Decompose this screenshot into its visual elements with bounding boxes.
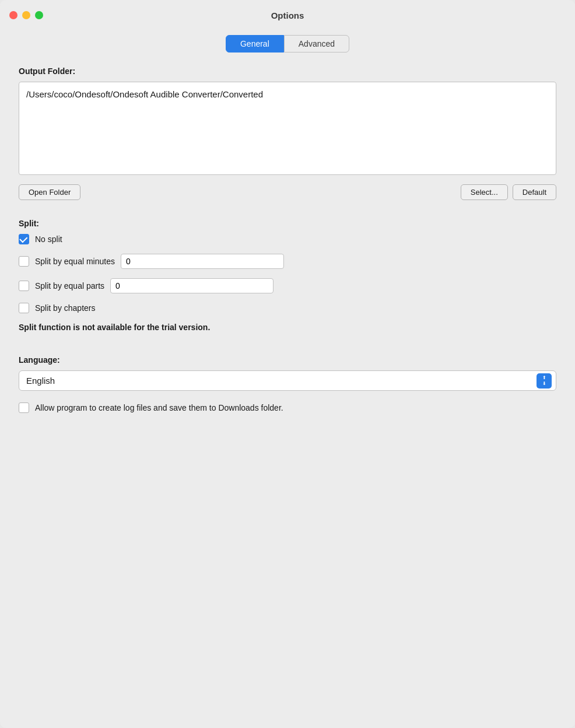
window-title: Options — [271, 10, 304, 20]
tab-advanced[interactable]: Advanced — [284, 35, 349, 52]
equal-minutes-label: Split by equal minutes — [35, 257, 115, 266]
folder-btn-right: Select... Default — [461, 184, 556, 200]
checkbox-chapters[interactable] — [19, 303, 29, 313]
checkbox-equal-parts[interactable] — [19, 281, 29, 291]
options-window: Options General Advanced Output Folder: … — [0, 0, 575, 728]
split-label: Split: — [19, 219, 556, 228]
split-notice: Split function is not available for the … — [19, 323, 556, 332]
window-controls — [9, 11, 43, 19]
default-button[interactable]: Default — [513, 184, 556, 200]
language-select-wrapper: English Chinese French German Spanish Ja… — [19, 370, 556, 391]
output-folder-label: Output Folder: — [19, 66, 556, 76]
split-option-equal-parts: Split by equal parts — [19, 278, 556, 293]
checkbox-equal-minutes[interactable] — [19, 256, 29, 267]
split-section: Split: No split Split by equal minutes S… — [19, 219, 556, 332]
language-section: Language: English Chinese French German … — [19, 355, 556, 391]
chapters-label: Split by chapters — [35, 303, 96, 313]
language-select[interactable]: English Chinese French German Spanish Ja… — [19, 370, 556, 391]
minimize-button[interactable] — [22, 11, 30, 19]
folder-buttons-row: Open Folder Select... Default — [19, 184, 556, 200]
close-button[interactable] — [9, 11, 17, 19]
equal-minutes-input[interactable] — [121, 254, 284, 269]
language-label: Language: — [19, 355, 556, 365]
select-button[interactable]: Select... — [461, 184, 508, 200]
titlebar: Options — [0, 0, 575, 30]
no-split-label: No split — [35, 235, 62, 244]
open-folder-button[interactable]: Open Folder — [19, 184, 80, 200]
tab-general[interactable]: General — [226, 35, 284, 52]
checkbox-no-split[interactable] — [19, 234, 29, 244]
checkbox-allow-logs[interactable] — [19, 402, 29, 413]
split-option-equal-minutes: Split by equal minutes — [19, 254, 556, 269]
allow-logs-section: Allow program to create log files and sa… — [19, 402, 556, 413]
tab-bar: General Advanced — [0, 30, 575, 62]
maximize-button[interactable] — [35, 11, 43, 19]
folder-btn-left: Open Folder — [19, 184, 80, 200]
allow-logs-label: Allow program to create log files and sa… — [35, 403, 283, 412]
equal-parts-input[interactable] — [110, 278, 274, 293]
equal-parts-label: Split by equal parts — [35, 281, 104, 290]
split-option-no-split: No split — [19, 234, 556, 244]
output-folder-value: /Users/coco/Ondesoft/Ondesoft Audible Co… — [19, 82, 556, 175]
split-option-chapters: Split by chapters — [19, 303, 556, 313]
content-area: Output Folder: /Users/coco/Ondesoft/Onde… — [0, 62, 575, 432]
